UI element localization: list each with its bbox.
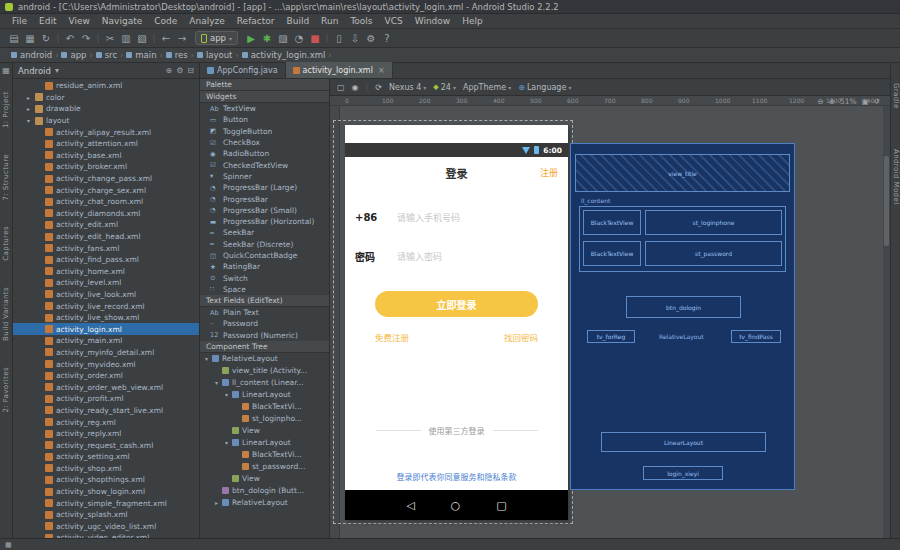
expand-arrow-icon[interactable]: ▾ bbox=[215, 379, 222, 386]
language-selector[interactable]: ⊕ Language ▾ bbox=[518, 83, 571, 92]
tree-item[interactable]: activity_order.xml bbox=[13, 370, 199, 382]
tab-appconfig[interactable]: AppConfig.java bbox=[200, 62, 286, 78]
toolbar-icon[interactable]: ◔ bbox=[291, 30, 307, 47]
component-tree-item[interactable]: ▾ RelativeLayout bbox=[200, 353, 329, 365]
tree-item[interactable]: activity_charge_sex.xml bbox=[13, 184, 199, 196]
design-mode-icon[interactable]: ▢ bbox=[337, 83, 345, 92]
toolbar-icon[interactable]: | bbox=[150, 30, 158, 47]
design-canvas[interactable]: 0100200300400500600700800900100011001200… bbox=[330, 96, 890, 538]
menu-item[interactable]: Analyze bbox=[183, 14, 230, 28]
agreement-text[interactable]: 登录即代表你同意服务和隐私条款 bbox=[345, 471, 568, 482]
breadcrumb-item[interactable]: app bbox=[58, 50, 89, 60]
palette-item[interactable]: ▭ Button bbox=[200, 114, 329, 125]
toolwindow-toggle-icon[interactable]: ▦ bbox=[5, 541, 12, 549]
login-button[interactable]: 立即登录 bbox=[375, 291, 538, 317]
blueprint-title-box[interactable]: view_title bbox=[575, 154, 790, 192]
component-tree-item[interactable]: view_title (Activity... bbox=[200, 365, 329, 377]
tree-item[interactable]: activity_myinfo_detail.xml bbox=[13, 347, 199, 359]
tree-item[interactable]: activity_ugc_video_list.xml bbox=[13, 521, 199, 533]
tree-item[interactable]: activity_chat_room.xml bbox=[13, 196, 199, 208]
scrollbar-thumb[interactable] bbox=[884, 156, 889, 246]
toolbar-icon[interactable]: ▯ bbox=[331, 30, 347, 47]
tree-item[interactable]: activity_alipay_result.xml bbox=[13, 126, 199, 138]
collapse-icon[interactable]: ⊟ bbox=[187, 66, 194, 75]
tree-item[interactable]: activity_live_look.xml bbox=[13, 289, 199, 301]
blueprint-box[interactable]: st_password bbox=[645, 241, 782, 266]
tool-window-toggle-icon[interactable]: ▦ bbox=[2, 66, 10, 75]
toolbar-icon[interactable]: ▤ bbox=[6, 30, 22, 47]
expand-arrow-icon[interactable]: ▾ bbox=[205, 355, 212, 362]
tree-item[interactable]: activity_show_login.xml bbox=[13, 486, 199, 498]
zoom-in-icon[interactable]: ⊕ bbox=[829, 97, 835, 106]
zoom-fit-icon[interactable]: ▣ bbox=[862, 97, 869, 106]
palette-item[interactable]: ◉ RadioButton bbox=[200, 148, 329, 159]
toolbar-icon[interactable]: ✱ bbox=[259, 30, 275, 47]
blueprint-surface[interactable]: view_title ll_content BlackTextView st_l… bbox=[570, 143, 795, 490]
tree-item[interactable]: activity_main.xml bbox=[13, 335, 199, 347]
project-view-selector[interactable]: Android bbox=[18, 66, 51, 76]
register-link[interactable]: 注册 bbox=[540, 166, 558, 179]
breadcrumb-item[interactable]: res bbox=[163, 50, 191, 60]
find-password-link[interactable]: 找回密码 bbox=[504, 331, 538, 343]
zoom-out-icon[interactable]: ⊖ bbox=[817, 97, 823, 106]
tree-item[interactable]: ▸ color bbox=[13, 92, 199, 104]
design-surface[interactable]: 6:00 登录 注册 +86 请输入手机号码 密码 bbox=[345, 125, 568, 520]
expand-arrow-icon[interactable]: ▸ bbox=[215, 499, 222, 506]
component-tree-item[interactable]: st_password... bbox=[200, 461, 329, 473]
tree-item[interactable]: activity_reply.xml bbox=[13, 428, 199, 440]
menu-item[interactable]: Run bbox=[315, 14, 344, 28]
toolbar-icon[interactable]: ■ bbox=[307, 30, 323, 47]
tree-item[interactable]: activity_edit_head.xml bbox=[13, 231, 199, 243]
menu-item[interactable]: View bbox=[63, 14, 96, 28]
phone-action-bar[interactable]: 登录 bbox=[345, 157, 568, 189]
tree-item[interactable]: residue_anim.xml bbox=[13, 80, 199, 92]
tree-item[interactable]: activity_find_pass.xml bbox=[13, 254, 199, 266]
palette-item[interactable]: ·· Password bbox=[200, 318, 329, 329]
toolbar-icon[interactable]: ⇩ bbox=[347, 30, 363, 47]
menu-item[interactable]: File bbox=[6, 14, 33, 28]
locate-icon[interactable]: ⊕ bbox=[165, 66, 172, 75]
tree-item[interactable]: activity_fans.xml bbox=[13, 242, 199, 254]
palette-item[interactable]: ═ SeekBar bbox=[200, 227, 329, 238]
component-tree-item[interactable]: ▾ ll_content (Linear... bbox=[200, 377, 329, 389]
tree-item[interactable]: activity_setting.xml bbox=[13, 451, 199, 463]
dock-tab[interactable]: 1: Project bbox=[2, 91, 10, 128]
dock-tab[interactable]: 7: Structure bbox=[2, 154, 10, 200]
toolbar-icon[interactable]: ▨ bbox=[275, 30, 291, 47]
palette-item[interactable]: ▬ ProgressBar (Horizontal) bbox=[200, 216, 329, 227]
free-register-link[interactable]: 免费注册 bbox=[375, 331, 409, 343]
component-tree-item[interactable]: btn_dologin (Butt... bbox=[200, 485, 329, 497]
tree-item[interactable]: activity_shopthings.xml bbox=[13, 474, 199, 486]
tree-item[interactable]: activity_ready_start_live.xml bbox=[13, 405, 199, 417]
palette-item[interactable]: Ab TextView bbox=[200, 103, 329, 114]
tree-item[interactable]: activity_edit.xml bbox=[13, 219, 199, 231]
palette-item[interactable]: ◔ ProgressBar bbox=[200, 193, 329, 204]
toolbar-icon[interactable]: ↷ bbox=[78, 30, 94, 47]
blueprint-box[interactable]: BlackTextView bbox=[583, 210, 641, 235]
tree-item[interactable]: ▸ drawable bbox=[13, 103, 199, 115]
tree-item[interactable]: activity_shop.xml bbox=[13, 463, 199, 475]
tree-item[interactable]: activity_home.xml bbox=[13, 266, 199, 278]
menu-item[interactable]: Build bbox=[281, 14, 316, 28]
palette-item[interactable]: ◔ ProgressBar (Small) bbox=[200, 205, 329, 216]
chevron-down-icon[interactable]: ▾ bbox=[55, 66, 59, 75]
blueprint-box[interactable]: tv_forReg bbox=[587, 330, 635, 343]
component-tree-item[interactable]: st_loginpho... bbox=[200, 413, 329, 425]
palette-item[interactable]: ◩ ToggleButton bbox=[200, 126, 329, 137]
palette-item[interactable]: ═ SeekBar (Discrete) bbox=[200, 239, 329, 250]
palette-item[interactable]: ▾ Spinner bbox=[200, 171, 329, 182]
component-tree-item[interactable]: ▾ LinearLayout bbox=[200, 389, 329, 401]
expand-arrow-icon[interactable]: ▾ bbox=[225, 391, 232, 398]
run-config-selector[interactable]: app ▾ bbox=[195, 31, 238, 45]
toolbar-icon[interactable]: → bbox=[174, 30, 190, 47]
tree-item[interactable]: ▾ layout bbox=[13, 115, 199, 127]
settings-gear-icon[interactable]: ⚙ bbox=[176, 66, 183, 75]
palette-item[interactable]: ☑ CheckBox bbox=[200, 137, 329, 148]
toolbar-icon[interactable]: ✂ bbox=[102, 30, 118, 47]
device-selector[interactable]: Nexus 4 ▾ bbox=[389, 83, 426, 92]
component-tree-item[interactable]: BlackTextVi... bbox=[200, 401, 329, 413]
tab-activity-login[interactable]: activity_login.xml × bbox=[286, 62, 393, 78]
toolbar-icon[interactable]: ↻ bbox=[38, 30, 54, 47]
blueprint-box[interactable]: tv_findPass bbox=[731, 330, 781, 343]
dock-tab[interactable]: Captures bbox=[2, 226, 10, 261]
